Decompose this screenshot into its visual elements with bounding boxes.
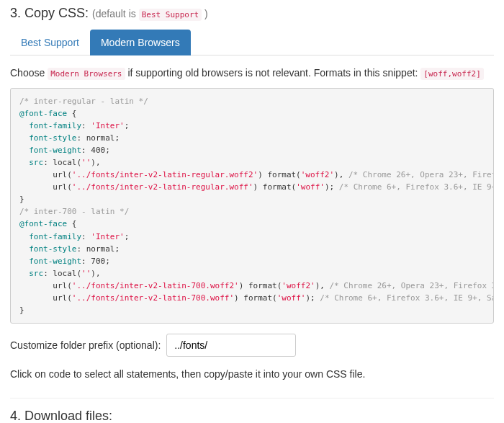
default-value-code: Best Support bbox=[139, 9, 202, 21]
choose-code: Modern Browsers bbox=[48, 68, 125, 80]
heading-text: 3. Copy CSS: bbox=[10, 6, 89, 20]
copy-hint: Click on code to select all statements, … bbox=[10, 367, 494, 382]
prefix-label: Customize folder prefix (optional): bbox=[10, 339, 161, 351]
tab-best-support[interactable]: Best Support bbox=[10, 30, 90, 55]
section3-heading: 3. Copy CSS: (default is Best Support ) bbox=[10, 6, 494, 21]
css-code-block[interactable]: /* inter-regular - latin */ @font-face {… bbox=[10, 88, 494, 324]
section-divider bbox=[10, 398, 494, 398]
section4-heading: 4. Download files: bbox=[10, 409, 494, 423]
tab-modern-browsers[interactable]: Modern Browsers bbox=[90, 30, 191, 55]
prefix-input[interactable] bbox=[166, 334, 296, 357]
choose-hint: Choose Modern Browsers if supporting old… bbox=[10, 66, 494, 81]
default-note: (default is Best Support ) bbox=[92, 8, 208, 19]
formats-snippet: [woff,woff2] bbox=[420, 68, 483, 80]
css-support-tabs: Best Support Modern Browsers bbox=[10, 30, 494, 55]
